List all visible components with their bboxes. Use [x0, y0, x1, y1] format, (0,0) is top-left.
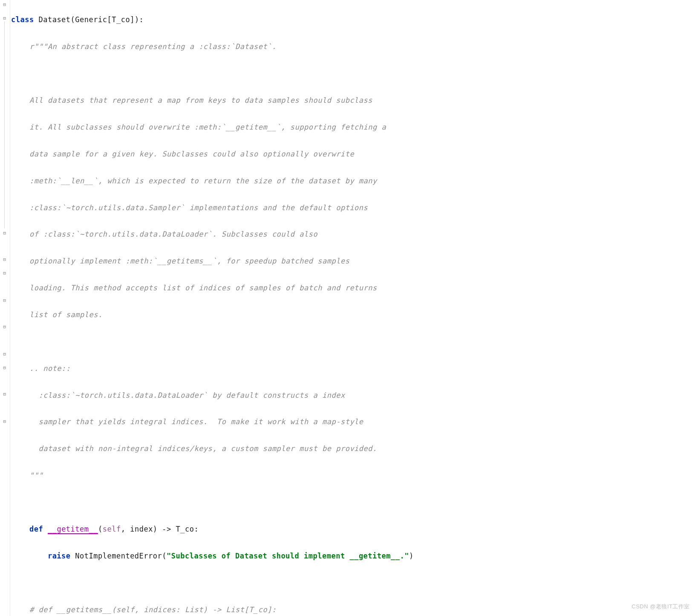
code-line[interactable]: loading. This method accepts list of ind…	[11, 281, 695, 295]
code-line[interactable]: class Dataset(Generic[T_co]):	[11, 13, 695, 26]
code-line[interactable]: :class:`~torch.utils.data.Sampler` imple…	[11, 201, 695, 214]
code-line[interactable]: .. note::	[11, 362, 695, 375]
code-line[interactable]: :class:`~torch.utils.data.DataLoader` by…	[11, 389, 695, 402]
keyword-def: def	[29, 525, 43, 533]
code-line[interactable]: raise NotImplementedError("Subclasses of…	[11, 549, 695, 563]
code-line[interactable]: All datasets that represent a map from k…	[11, 94, 695, 107]
fold-icon[interactable]: ⊟	[2, 298, 8, 304]
fold-icon[interactable]: ⊟	[2, 230, 8, 236]
code-line[interactable]: sampler that yields integral indices. To…	[11, 415, 695, 428]
fold-icon[interactable]: ⊟	[2, 15, 8, 21]
fold-icon[interactable]: ⊟	[2, 391, 8, 397]
code-line[interactable]	[11, 67, 695, 80]
code-line[interactable]: r"""An abstract class representing a :cl…	[11, 40, 695, 53]
code-line[interactable]	[11, 576, 695, 590]
fold-icon[interactable]: ⊟	[2, 270, 8, 276]
code-line[interactable]: list of samples.	[11, 308, 695, 321]
fold-icon[interactable]: ⊟	[2, 324, 8, 330]
fold-gutter: ⊟ ⊟ ⊟ ⊟ ⊟ ⊟ ⊟ ⊟ ⊟ ⊟ ⊟	[0, 0, 10, 616]
code-editor[interactable]: ⊟ ⊟ ⊟ ⊟ ⊟ ⊟ ⊟ ⊟ ⊟ ⊟ ⊟ class Dataset(Gene…	[0, 0, 695, 616]
code-line[interactable]: def __getitem__(self, index) -> T_co:	[11, 523, 695, 536]
code-line[interactable]: data sample for a given key. Subclasses …	[11, 147, 695, 161]
fold-icon[interactable]: ⊟	[2, 351, 8, 357]
code-line[interactable]	[11, 496, 695, 509]
code-content[interactable]: class Dataset(Generic[T_co]): r"""An abs…	[10, 0, 695, 616]
code-line[interactable]: """	[11, 469, 695, 482]
fold-icon[interactable]: ⊟	[2, 2, 8, 8]
fold-icon[interactable]: ⊟	[2, 365, 8, 371]
fold-icon[interactable]: ⊟	[2, 257, 8, 263]
code-line[interactable]: dataset with non-integral indices/keys, …	[11, 442, 695, 455]
keyword-raise: raise	[48, 552, 71, 560]
watermark-text: CSDN @老狼IT工作室	[632, 602, 690, 612]
code-line[interactable]	[11, 335, 695, 348]
fold-icon[interactable]: ⊟	[2, 419, 8, 425]
function-name: __getitem__	[48, 525, 98, 534]
code-line[interactable]: :meth:`__len__`, which is expected to re…	[11, 174, 695, 188]
class-name: Dataset	[38, 15, 70, 24]
keyword-class: class	[11, 15, 34, 24]
fold-line	[4, 21, 5, 228]
code-line[interactable]: optionally implement :meth:`__getitems__…	[11, 254, 695, 268]
signature: (Generic[T_co]):	[71, 15, 144, 24]
string-literal: "Subclasses of Dataset should implement …	[167, 552, 409, 560]
code-line[interactable]: it. All subclasses should overwrite :met…	[11, 121, 695, 134]
code-line[interactable]: of :class:`~torch.utils.data.DataLoader`…	[11, 228, 695, 241]
self-param: self	[103, 525, 121, 533]
code-line[interactable]: # def __getitems__(self, indices: List) …	[11, 603, 695, 616]
